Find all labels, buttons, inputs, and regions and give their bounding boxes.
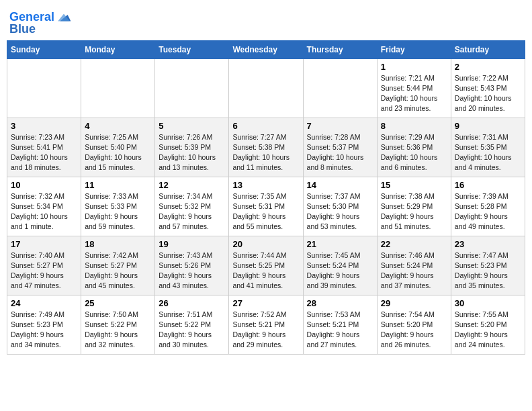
day-info: Sunrise: 7:45 AMSunset: 5:24 PMDaylight:… <box>307 250 373 291</box>
calendar-cell: 3Sunrise: 7:23 AMSunset: 5:41 PMDaylight… <box>7 118 81 177</box>
calendar-cell: 19Sunrise: 7:43 AMSunset: 5:26 PMDayligh… <box>155 236 229 295</box>
calendar-cell: 25Sunrise: 7:50 AMSunset: 5:22 PMDayligh… <box>81 295 155 354</box>
day-info: Sunrise: 7:49 AMSunset: 5:23 PMDaylight:… <box>11 310 77 351</box>
day-info: Sunrise: 7:39 AMSunset: 5:28 PMDaylight:… <box>455 191 521 232</box>
calendar-cell: 30Sunrise: 7:55 AMSunset: 5:20 PMDayligh… <box>451 295 525 354</box>
day-number: 2 <box>455 62 521 72</box>
day-info: Sunrise: 7:44 AMSunset: 5:25 PMDaylight:… <box>232 250 299 291</box>
page-header: General Blue <box>7 7 525 36</box>
day-number: 4 <box>85 121 151 131</box>
day-number: 16 <box>455 180 521 190</box>
day-number: 5 <box>159 121 225 131</box>
day-info: Sunrise: 7:32 AMSunset: 5:34 PMDaylight:… <box>11 191 77 232</box>
day-info: Sunrise: 7:26 AMSunset: 5:39 PMDaylight:… <box>159 132 225 173</box>
day-number: 23 <box>455 239 521 249</box>
calendar-cell <box>81 58 155 118</box>
weekday-header: Monday <box>81 40 155 58</box>
calendar-cell: 4Sunrise: 7:25 AMSunset: 5:40 PMDaylight… <box>81 118 155 177</box>
day-info: Sunrise: 7:42 AMSunset: 5:27 PMDaylight:… <box>85 250 151 291</box>
calendar-cell: 12Sunrise: 7:34 AMSunset: 5:32 PMDayligh… <box>155 177 229 236</box>
day-number: 8 <box>381 121 447 131</box>
day-number: 20 <box>232 239 299 249</box>
calendar-cell: 22Sunrise: 7:46 AMSunset: 5:24 PMDayligh… <box>377 236 451 295</box>
calendar-cell: 24Sunrise: 7:49 AMSunset: 5:23 PMDayligh… <box>7 295 81 354</box>
day-number: 13 <box>232 180 299 190</box>
day-info: Sunrise: 7:28 AMSunset: 5:37 PMDaylight:… <box>307 132 373 173</box>
calendar-cell: 20Sunrise: 7:44 AMSunset: 5:25 PMDayligh… <box>229 236 303 295</box>
calendar-cell: 15Sunrise: 7:38 AMSunset: 5:29 PMDayligh… <box>377 177 451 236</box>
day-info: Sunrise: 7:22 AMSunset: 5:43 PMDaylight:… <box>455 73 521 114</box>
day-info: Sunrise: 7:34 AMSunset: 5:32 PMDaylight:… <box>159 191 225 232</box>
day-info: Sunrise: 7:43 AMSunset: 5:26 PMDaylight:… <box>159 250 225 291</box>
day-info: Sunrise: 7:47 AMSunset: 5:23 PMDaylight:… <box>455 250 521 291</box>
weekday-header: Thursday <box>303 40 377 58</box>
day-number: 24 <box>11 298 77 308</box>
weekday-header: Friday <box>377 40 451 58</box>
calendar-cell: 9Sunrise: 7:31 AMSunset: 5:35 PMDaylight… <box>451 118 525 177</box>
calendar-cell: 21Sunrise: 7:45 AMSunset: 5:24 PMDayligh… <box>303 236 377 295</box>
day-info: Sunrise: 7:25 AMSunset: 5:40 PMDaylight:… <box>85 132 151 173</box>
logo-subtext: Blue <box>9 23 36 36</box>
calendar-cell <box>7 58 81 118</box>
day-number: 29 <box>381 298 447 308</box>
weekday-header: Tuesday <box>155 40 229 58</box>
calendar-week-row: 10Sunrise: 7:32 AMSunset: 5:34 PMDayligh… <box>7 177 525 236</box>
day-info: Sunrise: 7:37 AMSunset: 5:30 PMDaylight:… <box>307 191 373 232</box>
day-number: 28 <box>307 298 373 308</box>
calendar-cell: 1Sunrise: 7:21 AMSunset: 5:44 PMDaylight… <box>377 58 451 118</box>
day-info: Sunrise: 7:46 AMSunset: 5:24 PMDaylight:… <box>381 250 447 291</box>
calendar-cell: 8Sunrise: 7:29 AMSunset: 5:36 PMDaylight… <box>377 118 451 177</box>
day-number: 11 <box>85 180 151 190</box>
calendar-cell: 27Sunrise: 7:52 AMSunset: 5:21 PMDayligh… <box>229 295 303 354</box>
day-info: Sunrise: 7:51 AMSunset: 5:22 PMDaylight:… <box>159 310 225 351</box>
day-number: 15 <box>381 180 447 190</box>
day-info: Sunrise: 7:38 AMSunset: 5:29 PMDaylight:… <box>381 191 447 232</box>
day-info: Sunrise: 7:40 AMSunset: 5:27 PMDaylight:… <box>11 250 77 291</box>
calendar-cell: 11Sunrise: 7:33 AMSunset: 5:33 PMDayligh… <box>81 177 155 236</box>
calendar-week-row: 24Sunrise: 7:49 AMSunset: 5:23 PMDayligh… <box>7 295 525 354</box>
weekday-header: Wednesday <box>229 40 303 58</box>
day-number: 9 <box>455 121 521 131</box>
weekday-header: Sunday <box>7 40 81 58</box>
day-number: 21 <box>307 239 373 249</box>
day-number: 18 <box>85 239 151 249</box>
day-info: Sunrise: 7:21 AMSunset: 5:44 PMDaylight:… <box>381 73 447 114</box>
day-number: 6 <box>232 121 299 131</box>
day-info: Sunrise: 7:55 AMSunset: 5:20 PMDaylight:… <box>455 310 521 351</box>
day-number: 1 <box>381 62 447 72</box>
calendar-cell: 16Sunrise: 7:39 AMSunset: 5:28 PMDayligh… <box>451 177 525 236</box>
calendar-cell: 14Sunrise: 7:37 AMSunset: 5:30 PMDayligh… <box>303 177 377 236</box>
calendar-table: SundayMondayTuesdayWednesdayThursdayFrid… <box>7 40 525 355</box>
calendar-cell: 2Sunrise: 7:22 AMSunset: 5:43 PMDaylight… <box>451 58 525 118</box>
day-info: Sunrise: 7:29 AMSunset: 5:36 PMDaylight:… <box>381 132 447 173</box>
calendar-week-row: 3Sunrise: 7:23 AMSunset: 5:41 PMDaylight… <box>7 118 525 177</box>
day-number: 10 <box>11 180 77 190</box>
day-number: 27 <box>232 298 299 308</box>
day-info: Sunrise: 7:50 AMSunset: 5:22 PMDaylight:… <box>85 310 151 351</box>
calendar-cell: 29Sunrise: 7:54 AMSunset: 5:20 PMDayligh… <box>377 295 451 354</box>
day-number: 17 <box>11 239 77 249</box>
day-info: Sunrise: 7:23 AMSunset: 5:41 PMDaylight:… <box>11 132 77 173</box>
day-info: Sunrise: 7:31 AMSunset: 5:35 PMDaylight:… <box>455 132 521 173</box>
calendar-cell: 5Sunrise: 7:26 AMSunset: 5:39 PMDaylight… <box>155 118 229 177</box>
day-number: 30 <box>455 298 521 308</box>
day-info: Sunrise: 7:27 AMSunset: 5:38 PMDaylight:… <box>232 132 299 173</box>
day-number: 19 <box>159 239 225 249</box>
logo-icon <box>56 9 72 26</box>
calendar-cell <box>229 58 303 118</box>
day-number: 25 <box>85 298 151 308</box>
day-info: Sunrise: 7:52 AMSunset: 5:21 PMDaylight:… <box>232 310 299 351</box>
day-number: 12 <box>159 180 225 190</box>
weekday-header: Saturday <box>451 40 525 58</box>
day-info: Sunrise: 7:54 AMSunset: 5:20 PMDaylight:… <box>381 310 447 351</box>
calendar-week-row: 17Sunrise: 7:40 AMSunset: 5:27 PMDayligh… <box>7 236 525 295</box>
day-number: 3 <box>11 121 77 131</box>
logo: General Blue <box>9 9 72 36</box>
calendar-cell: 28Sunrise: 7:53 AMSunset: 5:21 PMDayligh… <box>303 295 377 354</box>
day-info: Sunrise: 7:53 AMSunset: 5:21 PMDaylight:… <box>307 310 373 351</box>
calendar-cell: 23Sunrise: 7:47 AMSunset: 5:23 PMDayligh… <box>451 236 525 295</box>
day-info: Sunrise: 7:33 AMSunset: 5:33 PMDaylight:… <box>85 191 151 232</box>
day-number: 22 <box>381 239 447 249</box>
calendar-cell: 18Sunrise: 7:42 AMSunset: 5:27 PMDayligh… <box>81 236 155 295</box>
calendar-cell: 26Sunrise: 7:51 AMSunset: 5:22 PMDayligh… <box>155 295 229 354</box>
